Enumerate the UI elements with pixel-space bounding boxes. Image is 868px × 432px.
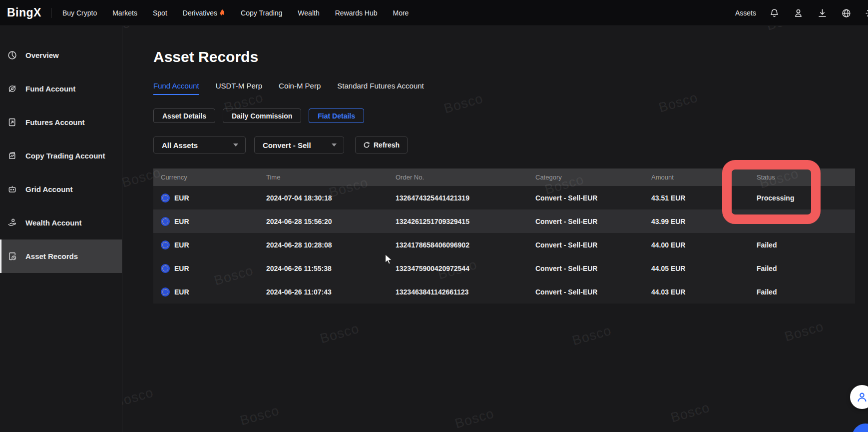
subtab-asset-details-button[interactable]: Asset Details bbox=[153, 108, 215, 123]
refresh-button[interactable]: Refresh bbox=[355, 136, 408, 154]
refresh-label: Refresh bbox=[374, 141, 400, 149]
filters-row: All Assets Convert - Sell Refresh bbox=[153, 136, 868, 154]
nav-item-label: More bbox=[393, 9, 409, 17]
time-cell: 2024-07-04 18:30:18 bbox=[266, 194, 396, 202]
eur-flag-icon bbox=[161, 194, 170, 202]
bingx-logo[interactable]: BingX bbox=[7, 6, 41, 20]
sidebar-item-wealth-account[interactable]: Wealth Account bbox=[0, 206, 122, 240]
column-header-amount: Amount bbox=[651, 174, 757, 181]
status-cell: Failed bbox=[757, 218, 855, 226]
tab-standard-futures-account[interactable]: Standard Futures Account bbox=[337, 82, 424, 95]
column-header-currency: Currency bbox=[161, 174, 266, 181]
sidebar-item-label: Grid Account bbox=[25, 185, 72, 194]
flame-icon bbox=[219, 9, 225, 16]
table-header-row: CurrencyTimeOrder No.CategoryAmountStatu… bbox=[153, 168, 855, 186]
tab-fund-account[interactable]: Fund Account bbox=[153, 82, 199, 95]
support-person-icon bbox=[856, 390, 868, 404]
robot-icon bbox=[7, 184, 17, 194]
sidebar-item-label: Wealth Account bbox=[25, 218, 82, 227]
nav-item-derivatives[interactable]: Derivatives bbox=[183, 9, 225, 17]
category-cell: Convert - Sell-EUR bbox=[535, 194, 651, 202]
nav-item-label: Spot bbox=[153, 9, 167, 17]
nav-item-buy-crypto[interactable]: Buy Crypto bbox=[62, 9, 97, 17]
currency-code: EUR bbox=[174, 288, 189, 296]
amount-cell: 44.03 EUR bbox=[651, 288, 757, 296]
time-cell: 2024-06-28 10:28:08 bbox=[266, 241, 396, 249]
fund-transfer-icon bbox=[7, 84, 17, 94]
copy-cards-icon bbox=[7, 151, 17, 160]
record-clock-icon bbox=[7, 252, 17, 261]
nav-item-rewards-hub[interactable]: Rewards Hub bbox=[335, 9, 378, 17]
sidebar-item-copy-trading-account[interactable]: Copy Trading Account bbox=[0, 139, 122, 172]
currency-cell: EUR bbox=[161, 240, 266, 250]
currency-cell: EUR bbox=[161, 264, 266, 273]
nav-item-label: Derivatives bbox=[183, 9, 217, 17]
sidebar: OverviewFund AccountFutures AccountCopy … bbox=[0, 26, 122, 432]
time-cell: 2024-06-26 11:55:38 bbox=[266, 264, 396, 272]
table-row[interactable]: EUR2024-06-28 15:56:20132426125170932941… bbox=[153, 210, 855, 233]
eur-flag-icon bbox=[161, 240, 170, 250]
table-row[interactable]: EUR2024-06-28 10:28:08132417865840609690… bbox=[153, 233, 855, 256]
table-body: EUR2024-07-04 18:30:18132647432544142131… bbox=[153, 186, 855, 304]
futures-doc-icon bbox=[7, 118, 17, 127]
main-content: Asset Records Fund AccountUSDT-M PerpCoi… bbox=[122, 26, 868, 432]
currency-code: EUR bbox=[174, 194, 189, 202]
top-navigation-bar: BingX Buy CryptoMarketsSpotDerivativesCo… bbox=[0, 0, 868, 26]
currency-cell: EUR bbox=[161, 288, 266, 296]
nav-item-label: Copy Trading bbox=[241, 9, 282, 17]
category-cell: Convert - Sell-EUR bbox=[535, 241, 651, 249]
nav-item-copy-trading[interactable]: Copy Trading bbox=[241, 9, 282, 17]
time-cell: 2024-06-28 15:56:20 bbox=[266, 218, 396, 226]
eur-stars-ring bbox=[162, 242, 168, 248]
category-cell: Convert - Sell-EUR bbox=[535, 218, 651, 226]
sidebar-item-futures-account[interactable]: Futures Account bbox=[0, 106, 122, 139]
amount-cell: 44.00 EUR bbox=[651, 241, 757, 249]
order-no-cell: 1323475900420972544 bbox=[396, 264, 535, 272]
category-filter-dropdown[interactable]: Convert - Sell bbox=[254, 136, 344, 154]
eur-stars-ring bbox=[162, 289, 168, 295]
nav-item-more[interactable]: More bbox=[393, 9, 409, 17]
chevron-down-icon bbox=[332, 144, 337, 146]
status-cell: Failed bbox=[757, 288, 855, 296]
tab-coin-m-perp[interactable]: Coin-M Perp bbox=[279, 82, 321, 95]
download-app-icon[interactable] bbox=[817, 8, 828, 18]
notification-bell-icon[interactable] bbox=[769, 8, 780, 18]
nav-item-spot[interactable]: Spot bbox=[153, 9, 167, 17]
nav-divider bbox=[51, 8, 51, 18]
column-header-time: Time bbox=[266, 174, 396, 181]
currency-code: EUR bbox=[174, 264, 189, 272]
amount-cell: 44.05 EUR bbox=[651, 264, 757, 272]
nav-item-label: Buy Crypto bbox=[62, 9, 97, 17]
nav-item-label: Wealth bbox=[298, 9, 319, 17]
assets-link[interactable]: Assets bbox=[735, 9, 756, 17]
eur-stars-ring bbox=[162, 218, 168, 224]
column-header-category: Category bbox=[535, 174, 651, 181]
sidebar-item-grid-account[interactable]: Grid Account bbox=[0, 172, 122, 206]
order-no-cell: 1324261251709329415 bbox=[396, 218, 535, 226]
amount-cell: 43.51 EUR bbox=[651, 194, 757, 202]
language-globe-icon[interactable] bbox=[841, 8, 852, 18]
sidebar-item-asset-records[interactable]: Asset Records bbox=[0, 240, 122, 273]
table-row[interactable]: EUR2024-06-26 11:07:43132346384114266112… bbox=[153, 280, 855, 304]
user-profile-icon[interactable] bbox=[793, 8, 804, 18]
nav-item-label: Markets bbox=[112, 9, 137, 17]
status-cell: Failed bbox=[757, 264, 855, 272]
nav-item-wealth[interactable]: Wealth bbox=[298, 9, 319, 17]
sidebar-item-label: Overview bbox=[25, 51, 59, 60]
tab-usdt-m-perp[interactable]: USDT-M Perp bbox=[216, 82, 262, 95]
eur-flag-icon bbox=[161, 217, 170, 226]
sidebar-item-fund-account[interactable]: Fund Account bbox=[0, 72, 122, 106]
sidebar-item-label: Asset Records bbox=[25, 252, 78, 260]
amount-cell: 43.99 EUR bbox=[651, 218, 757, 226]
subtab-daily-commission-button[interactable]: Daily Commission bbox=[223, 108, 301, 123]
sidebar-item-overview[interactable]: Overview bbox=[0, 38, 122, 72]
asset-filter-dropdown[interactable]: All Assets bbox=[153, 136, 246, 154]
table-row[interactable]: EUR2024-06-26 11:55:38132347590042097254… bbox=[153, 256, 855, 280]
theme-toggle-icon[interactable] bbox=[865, 8, 868, 18]
refresh-icon bbox=[363, 142, 370, 148]
subtab-fiat-details-button[interactable]: Fiat Details bbox=[309, 108, 364, 123]
category-filter-value: Convert - Sell bbox=[263, 141, 311, 150]
order-no-cell: 1326474325441421319 bbox=[396, 194, 535, 202]
table-row[interactable]: EUR2024-07-04 18:30:18132647432544142131… bbox=[153, 186, 855, 210]
nav-item-markets[interactable]: Markets bbox=[112, 9, 137, 17]
